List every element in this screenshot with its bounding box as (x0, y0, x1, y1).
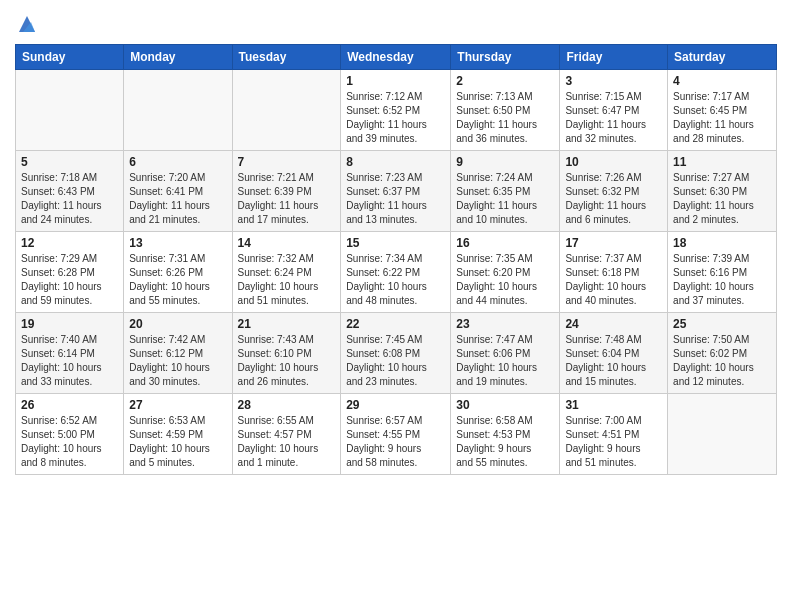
table-row: 24Sunrise: 7:48 AM Sunset: 6:04 PM Dayli… (560, 313, 668, 394)
day-number: 25 (673, 317, 771, 331)
table-row: 14Sunrise: 7:32 AM Sunset: 6:24 PM Dayli… (232, 232, 341, 313)
table-row: 29Sunrise: 6:57 AM Sunset: 4:55 PM Dayli… (341, 394, 451, 475)
page: SundayMondayTuesdayWednesdayThursdayFrid… (0, 0, 792, 612)
table-row (232, 70, 341, 151)
day-number: 9 (456, 155, 554, 169)
day-number: 13 (129, 236, 226, 250)
table-row: 12Sunrise: 7:29 AM Sunset: 6:28 PM Dayli… (16, 232, 124, 313)
day-info: Sunrise: 7:48 AM Sunset: 6:04 PM Dayligh… (565, 334, 646, 387)
day-number: 31 (565, 398, 662, 412)
table-row: 8Sunrise: 7:23 AM Sunset: 6:37 PM Daylig… (341, 151, 451, 232)
table-row: 11Sunrise: 7:27 AM Sunset: 6:30 PM Dayli… (668, 151, 777, 232)
table-row: 10Sunrise: 7:26 AM Sunset: 6:32 PM Dayli… (560, 151, 668, 232)
day-number: 18 (673, 236, 771, 250)
day-info: Sunrise: 7:47 AM Sunset: 6:06 PM Dayligh… (456, 334, 537, 387)
day-number: 7 (238, 155, 336, 169)
day-number: 8 (346, 155, 445, 169)
table-row: 23Sunrise: 7:47 AM Sunset: 6:06 PM Dayli… (451, 313, 560, 394)
day-info: Sunrise: 7:43 AM Sunset: 6:10 PM Dayligh… (238, 334, 319, 387)
table-row: 9Sunrise: 7:24 AM Sunset: 6:35 PM Daylig… (451, 151, 560, 232)
calendar: SundayMondayTuesdayWednesdayThursdayFrid… (15, 44, 777, 475)
table-row: 31Sunrise: 7:00 AM Sunset: 4:51 PM Dayli… (560, 394, 668, 475)
day-number: 19 (21, 317, 118, 331)
weekday-header-friday: Friday (560, 45, 668, 70)
day-info: Sunrise: 7:13 AM Sunset: 6:50 PM Dayligh… (456, 91, 537, 144)
day-info: Sunrise: 6:55 AM Sunset: 4:57 PM Dayligh… (238, 415, 319, 468)
day-number: 14 (238, 236, 336, 250)
weekday-header-monday: Monday (124, 45, 232, 70)
day-info: Sunrise: 7:37 AM Sunset: 6:18 PM Dayligh… (565, 253, 646, 306)
day-info: Sunrise: 7:17 AM Sunset: 6:45 PM Dayligh… (673, 91, 754, 144)
day-info: Sunrise: 7:34 AM Sunset: 6:22 PM Dayligh… (346, 253, 427, 306)
day-number: 30 (456, 398, 554, 412)
day-info: Sunrise: 7:39 AM Sunset: 6:16 PM Dayligh… (673, 253, 754, 306)
day-info: Sunrise: 7:42 AM Sunset: 6:12 PM Dayligh… (129, 334, 210, 387)
table-row: 27Sunrise: 6:53 AM Sunset: 4:59 PM Dayli… (124, 394, 232, 475)
table-row: 20Sunrise: 7:42 AM Sunset: 6:12 PM Dayli… (124, 313, 232, 394)
day-number: 22 (346, 317, 445, 331)
day-info: Sunrise: 6:58 AM Sunset: 4:53 PM Dayligh… (456, 415, 532, 468)
header (15, 10, 777, 36)
day-info: Sunrise: 6:52 AM Sunset: 5:00 PM Dayligh… (21, 415, 102, 468)
day-info: Sunrise: 7:32 AM Sunset: 6:24 PM Dayligh… (238, 253, 319, 306)
day-info: Sunrise: 7:21 AM Sunset: 6:39 PM Dayligh… (238, 172, 319, 225)
day-number: 21 (238, 317, 336, 331)
table-row: 21Sunrise: 7:43 AM Sunset: 6:10 PM Dayli… (232, 313, 341, 394)
day-info: Sunrise: 7:18 AM Sunset: 6:43 PM Dayligh… (21, 172, 102, 225)
day-number: 24 (565, 317, 662, 331)
calendar-week-5: 26Sunrise: 6:52 AM Sunset: 5:00 PM Dayli… (16, 394, 777, 475)
day-info: Sunrise: 7:24 AM Sunset: 6:35 PM Dayligh… (456, 172, 537, 225)
day-number: 10 (565, 155, 662, 169)
weekday-header-sunday: Sunday (16, 45, 124, 70)
day-info: Sunrise: 7:12 AM Sunset: 6:52 PM Dayligh… (346, 91, 427, 144)
table-row: 16Sunrise: 7:35 AM Sunset: 6:20 PM Dayli… (451, 232, 560, 313)
calendar-week-3: 12Sunrise: 7:29 AM Sunset: 6:28 PM Dayli… (16, 232, 777, 313)
day-number: 17 (565, 236, 662, 250)
day-number: 6 (129, 155, 226, 169)
day-number: 20 (129, 317, 226, 331)
day-info: Sunrise: 6:53 AM Sunset: 4:59 PM Dayligh… (129, 415, 210, 468)
day-info: Sunrise: 7:27 AM Sunset: 6:30 PM Dayligh… (673, 172, 754, 225)
day-info: Sunrise: 7:40 AM Sunset: 6:14 PM Dayligh… (21, 334, 102, 387)
table-row: 17Sunrise: 7:37 AM Sunset: 6:18 PM Dayli… (560, 232, 668, 313)
day-info: Sunrise: 7:23 AM Sunset: 6:37 PM Dayligh… (346, 172, 427, 225)
table-row (668, 394, 777, 475)
table-row: 5Sunrise: 7:18 AM Sunset: 6:43 PM Daylig… (16, 151, 124, 232)
table-row: 2Sunrise: 7:13 AM Sunset: 6:50 PM Daylig… (451, 70, 560, 151)
day-info: Sunrise: 7:45 AM Sunset: 6:08 PM Dayligh… (346, 334, 427, 387)
table-row: 1Sunrise: 7:12 AM Sunset: 6:52 PM Daylig… (341, 70, 451, 151)
weekday-header-thursday: Thursday (451, 45, 560, 70)
calendar-week-4: 19Sunrise: 7:40 AM Sunset: 6:14 PM Dayli… (16, 313, 777, 394)
weekday-header-wednesday: Wednesday (341, 45, 451, 70)
day-info: Sunrise: 7:15 AM Sunset: 6:47 PM Dayligh… (565, 91, 646, 144)
table-row: 26Sunrise: 6:52 AM Sunset: 5:00 PM Dayli… (16, 394, 124, 475)
weekday-header-row: SundayMondayTuesdayWednesdayThursdayFrid… (16, 45, 777, 70)
day-number: 5 (21, 155, 118, 169)
day-number: 27 (129, 398, 226, 412)
table-row (16, 70, 124, 151)
day-info: Sunrise: 7:00 AM Sunset: 4:51 PM Dayligh… (565, 415, 641, 468)
day-number: 28 (238, 398, 336, 412)
logo (15, 10, 37, 36)
table-row: 7Sunrise: 7:21 AM Sunset: 6:39 PM Daylig… (232, 151, 341, 232)
day-number: 23 (456, 317, 554, 331)
calendar-week-1: 1Sunrise: 7:12 AM Sunset: 6:52 PM Daylig… (16, 70, 777, 151)
day-number: 15 (346, 236, 445, 250)
day-number: 3 (565, 74, 662, 88)
table-row: 28Sunrise: 6:55 AM Sunset: 4:57 PM Dayli… (232, 394, 341, 475)
table-row: 6Sunrise: 7:20 AM Sunset: 6:41 PM Daylig… (124, 151, 232, 232)
table-row: 4Sunrise: 7:17 AM Sunset: 6:45 PM Daylig… (668, 70, 777, 151)
day-info: Sunrise: 7:50 AM Sunset: 6:02 PM Dayligh… (673, 334, 754, 387)
table-row: 15Sunrise: 7:34 AM Sunset: 6:22 PM Dayli… (341, 232, 451, 313)
day-number: 4 (673, 74, 771, 88)
day-info: Sunrise: 7:35 AM Sunset: 6:20 PM Dayligh… (456, 253, 537, 306)
day-number: 16 (456, 236, 554, 250)
table-row: 13Sunrise: 7:31 AM Sunset: 6:26 PM Dayli… (124, 232, 232, 313)
day-info: Sunrise: 7:29 AM Sunset: 6:28 PM Dayligh… (21, 253, 102, 306)
day-info: Sunrise: 7:20 AM Sunset: 6:41 PM Dayligh… (129, 172, 210, 225)
table-row: 30Sunrise: 6:58 AM Sunset: 4:53 PM Dayli… (451, 394, 560, 475)
day-info: Sunrise: 7:26 AM Sunset: 6:32 PM Dayligh… (565, 172, 646, 225)
day-number: 2 (456, 74, 554, 88)
day-number: 11 (673, 155, 771, 169)
day-number: 12 (21, 236, 118, 250)
